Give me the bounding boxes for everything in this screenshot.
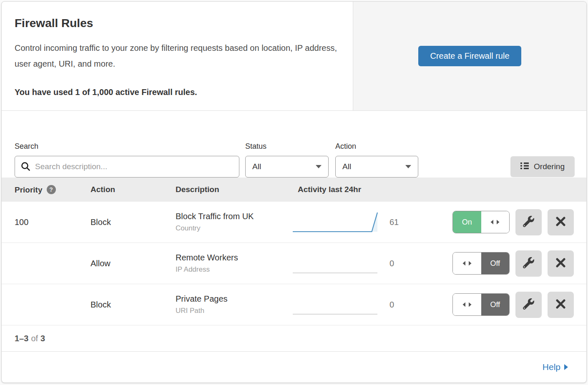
delete-rule-button[interactable] [548, 250, 574, 277]
close-icon [556, 217, 565, 228]
activity-sparkline [292, 210, 378, 234]
priority-cell: 100 [15, 218, 90, 227]
firewall-rules-card: Firewall Rules Control incoming traffic … [1, 1, 587, 383]
search-input[interactable] [15, 156, 239, 178]
toggle-handle-icon [481, 211, 510, 233]
delete-rule-button[interactable] [548, 292, 574, 318]
action-cell: Allow [90, 259, 176, 268]
action-cell: Block [90, 300, 176, 310]
usage-note: You have used 1 of 1,000 active Firewall… [15, 88, 340, 97]
description-cell: Private Pages URI Path [176, 294, 292, 315]
delete-rule-button[interactable] [548, 209, 574, 235]
help-link[interactable]: Help [543, 362, 560, 372]
column-header-activity: Activity last 24hr [292, 185, 574, 194]
wrench-icon [523, 257, 534, 270]
row-controls: Off [452, 250, 574, 277]
chevron-down-icon [405, 165, 411, 168]
pagination-summary: 1–3 of 3 [2, 325, 586, 351]
rule-match-type: IP Address [176, 265, 292, 274]
action-label: Action [335, 142, 418, 151]
help-bar: Help [2, 351, 586, 382]
header-section: Firewall Rules Control incoming traffic … [2, 2, 586, 111]
row-controls: On [452, 209, 574, 235]
create-firewall-rule-button[interactable]: Create a Firewall rule [418, 46, 521, 66]
chevron-down-icon [316, 165, 322, 168]
activity-sparkline [292, 292, 378, 317]
column-header-priority: Priority? [15, 185, 90, 195]
rule-description: Private Pages [176, 294, 292, 304]
enable-toggle[interactable]: Off [452, 252, 510, 275]
ordered-list-icon [520, 162, 529, 172]
wrench-icon [523, 298, 534, 311]
status-select[interactable]: All [245, 156, 329, 178]
page-title: Firewall Rules [15, 17, 340, 30]
rule-description: Block Traffic from UK [176, 212, 292, 221]
table-row: Block Private Pages URI Path 0 Off [2, 284, 586, 325]
toggle-handle-icon [453, 252, 481, 274]
enable-toggle[interactable]: Off [452, 293, 510, 316]
activity-count: 0 [389, 259, 402, 268]
rule-description: Remote Workers [176, 253, 292, 262]
activity-cell: 0 [292, 251, 452, 275]
edit-rule-button[interactable] [515, 209, 542, 235]
ordering-button[interactable]: Ordering [510, 156, 575, 177]
toggle-handle-icon [453, 294, 481, 315]
header-action-panel: Create a Firewall rule [353, 2, 586, 110]
status-selected-value: All [252, 162, 261, 171]
activity-count: 61 [389, 218, 402, 227]
table-header: Priority? Action Description Activity la… [2, 178, 586, 202]
activity-cell: 0 [292, 292, 452, 317]
enable-toggle[interactable]: On [452, 211, 510, 233]
rule-match-type: Country [176, 224, 292, 232]
edit-rule-button[interactable] [515, 292, 542, 318]
action-select[interactable]: All [335, 156, 418, 178]
wrench-icon [523, 216, 534, 228]
toggle-off-label: Off [481, 252, 510, 274]
table-row: Allow Remote Workers IP Address 0 Off [2, 243, 586, 284]
activity-count: 0 [389, 300, 402, 310]
edit-rule-button[interactable] [515, 250, 542, 277]
toggle-on-label: On [453, 211, 481, 233]
row-controls: Off [452, 292, 574, 318]
ordering-button-label: Ordering [534, 162, 565, 171]
search-label: Search [15, 142, 245, 151]
priority-help-icon[interactable]: ? [47, 185, 56, 194]
close-icon [556, 299, 565, 310]
table-row: 100 Block Block Traffic from UK Country … [2, 202, 586, 243]
pagination-total: 3 [40, 334, 45, 343]
page-description: Control incoming traffic to your zone by… [15, 40, 340, 72]
rule-match-type: URI Path [176, 307, 292, 315]
column-header-action: Action [90, 185, 176, 194]
action-cell: Block [90, 218, 176, 227]
activity-sparkline [292, 251, 378, 275]
search-icon [21, 162, 30, 173]
status-label: Status [245, 142, 335, 151]
toggle-off-label: Off [481, 294, 510, 315]
pagination-of: of [31, 334, 38, 343]
help-arrow-icon [564, 364, 568, 370]
filter-bar: Search Status All Action All [2, 111, 586, 178]
pagination-range: 1–3 [15, 334, 28, 343]
header-text-panel: Firewall Rules Control incoming traffic … [2, 2, 353, 110]
column-header-description: Description [176, 185, 292, 194]
description-cell: Remote Workers IP Address [176, 253, 292, 274]
close-icon [556, 258, 565, 269]
action-selected-value: All [342, 162, 351, 171]
description-cell: Block Traffic from UK Country [176, 212, 292, 232]
activity-cell: 61 [292, 210, 452, 234]
